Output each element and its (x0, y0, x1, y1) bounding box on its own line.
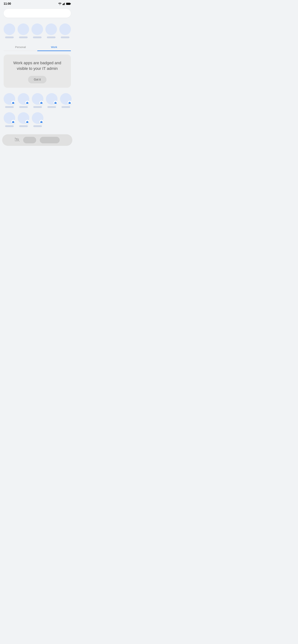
status-bar: 11:00 (0, 0, 75, 7)
svg-rect-3 (65, 2, 65, 5)
skeleton-circle (18, 24, 29, 35)
work-app-label-2 (19, 106, 28, 108)
tab-work[interactable]: Work (37, 43, 71, 51)
work-badge-2 (25, 101, 29, 105)
briefcase-icon-5 (68, 102, 71, 104)
skeleton-app-2 (18, 24, 29, 38)
work-app-label-4 (47, 106, 56, 108)
nav-pill-short[interactable] (23, 137, 36, 143)
wifi-icon (58, 2, 62, 5)
work-badge-7 (25, 120, 29, 124)
work-app-7[interactable] (18, 112, 29, 127)
work-badge-5 (68, 101, 72, 105)
work-app-4[interactable] (46, 93, 58, 108)
work-app-icon-wrapper-2 (18, 93, 29, 105)
work-app-1[interactable] (4, 93, 15, 108)
briefcase-icon-8 (40, 120, 43, 123)
skeleton-app-1 (4, 24, 15, 38)
skeleton-app-3 (32, 24, 43, 38)
briefcase-icon-7 (26, 120, 29, 123)
work-app-3[interactable] (32, 93, 43, 108)
work-app-label-6 (5, 125, 14, 127)
work-app-icon-wrapper-3 (32, 93, 43, 105)
work-app-6[interactable] (4, 112, 15, 127)
work-app-5[interactable] (60, 93, 72, 108)
work-app-label-7 (19, 125, 28, 127)
work-apps-grid (0, 91, 75, 127)
work-app-label-3 (33, 106, 42, 108)
search-bar[interactable] (4, 9, 71, 18)
tab-personal[interactable]: Personal (4, 43, 37, 51)
got-it-button[interactable]: Got it (28, 76, 47, 84)
work-app-8[interactable] (32, 112, 43, 127)
skeleton-label (33, 36, 42, 38)
briefcase-icon-2 (26, 102, 29, 104)
camera-slash-icon (15, 138, 20, 142)
skeleton-label (61, 36, 69, 38)
signal-icon (63, 2, 65, 5)
skeleton-circle (32, 24, 43, 35)
bottom-nav (2, 134, 72, 146)
svg-rect-0 (63, 4, 63, 5)
svg-rect-5 (67, 3, 70, 4)
work-app-label-8 (33, 125, 42, 127)
status-time: 11:00 (4, 2, 11, 6)
info-card: Work apps are badged and visible to your… (4, 54, 71, 88)
work-app-icon-wrapper-1 (4, 93, 15, 105)
work-app-icon-wrapper-7 (18, 112, 29, 124)
status-icons (58, 2, 71, 5)
work-apps-row-1 (4, 93, 71, 108)
info-card-message: Work apps are badged and visible to your… (9, 60, 66, 72)
camera-off-icon (15, 138, 20, 142)
skeleton-circle (4, 24, 15, 35)
work-app-icon-wrapper-5 (60, 93, 72, 105)
briefcase-icon (12, 102, 15, 104)
skeleton-label (47, 36, 56, 38)
work-badge-4 (54, 101, 58, 105)
work-app-label-1 (5, 106, 14, 108)
battery-icon (66, 2, 71, 5)
work-app-label-5 (62, 106, 70, 108)
work-badge-1 (11, 101, 15, 105)
personal-apps-skeleton (0, 20, 75, 40)
skeleton-label (19, 36, 28, 38)
work-app-icon-wrapper-6 (4, 112, 15, 124)
svg-rect-2 (64, 3, 65, 5)
work-apps-row-2 (4, 112, 71, 127)
skeleton-app-5 (59, 24, 71, 38)
svg-rect-1 (63, 4, 64, 5)
work-app-icon-wrapper-4 (46, 93, 58, 105)
work-app-icon-wrapper-8 (32, 112, 43, 124)
nav-pill-long[interactable] (40, 137, 60, 143)
work-badge-6 (11, 120, 15, 124)
svg-rect-6 (70, 4, 71, 4)
briefcase-icon-6 (12, 120, 15, 123)
briefcase-icon-4 (54, 102, 57, 104)
work-badge-8 (39, 120, 43, 124)
skeleton-circle (59, 24, 71, 35)
briefcase-icon-3 (40, 102, 43, 104)
tabs: Personal Work (4, 43, 71, 51)
skeleton-label (5, 36, 14, 38)
skeleton-circle (45, 24, 57, 35)
work-badge-3 (39, 101, 43, 105)
work-app-2[interactable] (18, 93, 29, 108)
skeleton-app-4 (45, 24, 57, 38)
